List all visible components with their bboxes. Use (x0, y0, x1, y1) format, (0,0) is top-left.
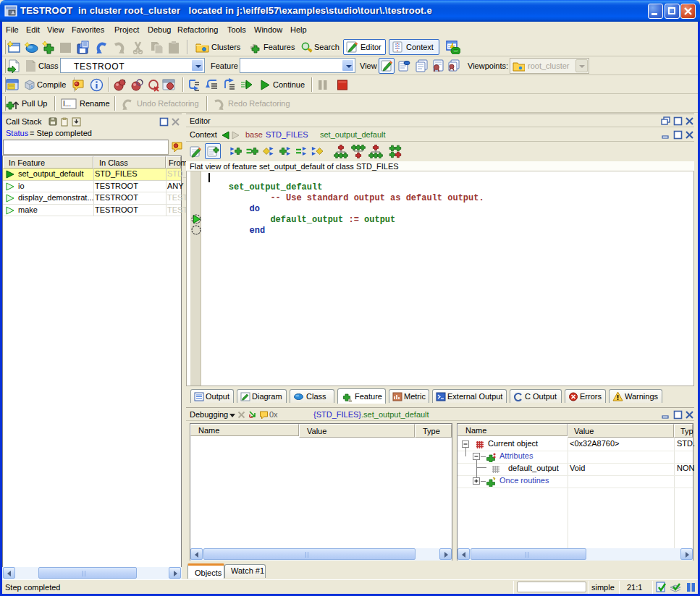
svg-text:I...: I... (63, 100, 71, 108)
